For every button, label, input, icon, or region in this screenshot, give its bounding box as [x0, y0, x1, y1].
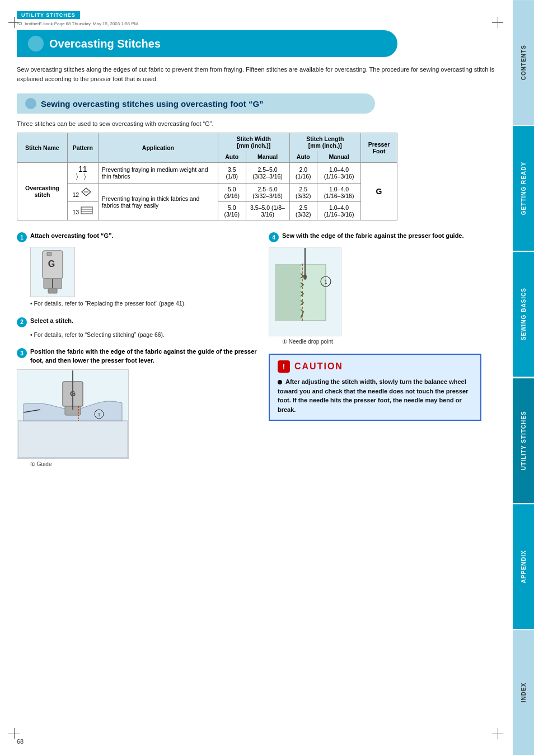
crosshair-bottom-right — [492, 728, 503, 739]
sl-manual-3: 1.0–4.0 (1/16–3/16) — [317, 202, 361, 220]
caution-header: ! CAUTION — [278, 360, 472, 373]
caution-box: ! CAUTION After adjusting the stitch wid… — [269, 354, 481, 421]
sl-manual-2: 1.0–4.0 (1/16–3/16) — [317, 184, 361, 202]
sw-auto-3: 5.0 (3/16) — [218, 202, 246, 220]
page-title-box: Overcasting Stitches — [17, 30, 397, 57]
step-2: 2 Select a stitch. • For details, refer … — [17, 317, 257, 339]
svg-rect-1 — [81, 207, 92, 214]
pattern-icon-2 — [81, 187, 93, 197]
svg-rect-5 — [47, 252, 51, 256]
svg-point-22 — [303, 274, 307, 280]
app-cell-1: Preventing fraying in medium weight and … — [98, 163, 218, 184]
sidebar-tab-appendix[interactable]: APPENDIX — [513, 504, 534, 629]
steps-container: 1 Attach overcasting foot “G”. G — [17, 232, 509, 476]
sw-auto-2: 5.0 (3/16) — [218, 184, 246, 202]
caution-bullet — [278, 380, 282, 384]
pattern-cell-1: 11 〉〉 — [67, 163, 98, 184]
section-icon — [25, 98, 36, 109]
sl-auto-1: 2.0 (1/16) — [289, 163, 317, 184]
svg-rect-8 — [48, 289, 57, 293]
sl-auto-3: 2.5 (3/32) — [289, 202, 317, 220]
stitch-table: Stitch Name Pattern Application Stitch W… — [17, 133, 397, 220]
intro-text: Sew overcasting stitches along the edges… — [17, 65, 495, 83]
step-3-title: Position the fabric with the edge of the… — [30, 348, 257, 365]
sidebar-tab-label: INDEX — [521, 683, 527, 703]
col-sw-auto: Auto — [218, 151, 246, 163]
svg-rect-10 — [18, 421, 128, 458]
step-3: 3 Position the fabric with the edge of t… — [17, 348, 257, 467]
step-2-num: 2 — [17, 317, 27, 327]
svg-text:G: G — [48, 259, 55, 269]
step-1-subtext: • For details, refer to “Replacing the p… — [30, 299, 257, 308]
main-content: UTILITY STITCHES Overcasting Stitches Se… — [0, 0, 512, 493]
caution-title: CAUTION — [294, 361, 343, 372]
presser-foot-svg: G — [31, 248, 74, 296]
fabric-guide-svg: G 1 — [18, 370, 128, 458]
caution-icon: ! — [278, 360, 290, 373]
step-3-num: 3 — [17, 348, 27, 358]
col-stitch-length: Stitch Length [mm (inch.)] — [289, 133, 361, 152]
svg-text:1: 1 — [97, 412, 100, 417]
table-row: Overcasting stitch 11 〉〉 Preventing fray… — [17, 163, 397, 184]
step-3-header: 3 Position the fabric with the edge of t… — [17, 348, 257, 365]
step-1: 1 Attach overcasting foot “G”. G — [17, 232, 257, 308]
sidebar-tab-getting-ready[interactable]: GETTING READY — [513, 126, 534, 251]
fabric-guide-image: G 1 — [17, 369, 129, 459]
sidebar-tab-label: GETTING READY — [521, 162, 527, 215]
needle-svg: 1 — [270, 248, 340, 335]
table-row: 12 Preventing fraying in thick fabrics a… — [17, 184, 397, 202]
presser-foot-cell: G — [361, 163, 397, 220]
col-sl-auto: Auto — [289, 151, 317, 163]
right-sidebar: CONTENTS GETTING READY SEWING BASICS UTI… — [513, 0, 534, 756]
guide-caption: ① Guide — [30, 461, 257, 467]
page-title: Overcasting Stitches — [49, 37, 161, 50]
needle-caption: ① Needle drop point — [282, 339, 509, 345]
step-2-header: 2 Select a stitch. — [17, 317, 257, 327]
sw-manual-3: 3.5–5.0 (1/8–3/16) — [246, 202, 289, 220]
breadcrumb: UTILITY STITCHES — [17, 11, 80, 19]
app-cell-2: Preventing fraying in thick fabrics and … — [98, 184, 218, 220]
page-number: 68 — [17, 738, 24, 745]
sw-manual-2: 2.5–5.0 (3/32–3/16) — [246, 184, 289, 202]
section-heading: Sewing overcasting stitches using overca… — [17, 93, 375, 114]
svg-text:1: 1 — [324, 279, 327, 285]
sidebar-tab-label: UTILITY STITCHES — [521, 411, 527, 470]
sl-manual-1: 1.0–4.0 (1/16–3/16) — [317, 163, 361, 184]
needle-image: 1 — [269, 247, 341, 336]
stitch-name-cell: Overcasting stitch — [17, 163, 68, 220]
pattern-cell-3: 13 — [67, 202, 98, 220]
pattern-icon-3 — [81, 206, 93, 214]
sidebar-tab-label: APPENDIX — [521, 550, 527, 583]
sidebar-tab-contents[interactable]: CONTENTS — [513, 0, 534, 125]
step-1-header: 1 Attach overcasting foot “G”. — [17, 232, 257, 242]
presser-foot-image: G — [30, 247, 75, 297]
sw-manual-1: 2.5–5.0 (3/32–3/16) — [246, 163, 289, 184]
step-4: 4 Sew with the edge of the fabric agains… — [269, 232, 509, 345]
sidebar-tab-utility-stitches[interactable]: UTILITY STITCHES — [513, 378, 534, 503]
col-sl-manual: Manual — [317, 151, 361, 163]
step-4-title: Sew with the edge of the fabric against … — [282, 232, 509, 240]
pattern-cell-2: 12 — [67, 184, 98, 202]
sidebar-tab-label: SEWING BASICS — [521, 288, 527, 341]
caution-text: After adjusting the stitch width, slowly… — [278, 377, 472, 414]
sw-auto-1: 3.5 (1/8) — [218, 163, 246, 184]
title-icon-circle — [28, 36, 44, 51]
section-heading-text: Sewing overcasting stitches using overca… — [41, 99, 264, 109]
step-1-num: 1 — [17, 232, 27, 242]
col-application: Application — [98, 133, 218, 163]
step-4-num: 4 — [269, 232, 279, 242]
sidebar-tab-label: CONTENTS — [521, 45, 527, 80]
step-2-subtext: • For details, refer to “Selecting stitc… — [30, 331, 257, 339]
sidebar-tab-sewing-basics[interactable]: SEWING BASICS — [513, 252, 534, 377]
steps-right: 4 Sew with the edge of the fabric agains… — [269, 232, 509, 476]
col-presser-foot: Presser Foot — [361, 133, 397, 163]
sidebar-tab-index[interactable]: INDEX — [513, 630, 534, 755]
svg-rect-19 — [275, 265, 301, 321]
step-2-title: Select a stitch. — [30, 317, 257, 325]
crosshair-bottom-left — [8, 728, 20, 739]
sl-auto-2: 2.5 (3/32) — [289, 184, 317, 202]
col-pattern: Pattern — [67, 133, 98, 163]
step-4-header: 4 Sew with the edge of the fabric agains… — [269, 232, 509, 242]
col-sw-manual: Manual — [246, 151, 289, 163]
sub-intro: Three stitches can be used to sew overca… — [17, 120, 495, 127]
